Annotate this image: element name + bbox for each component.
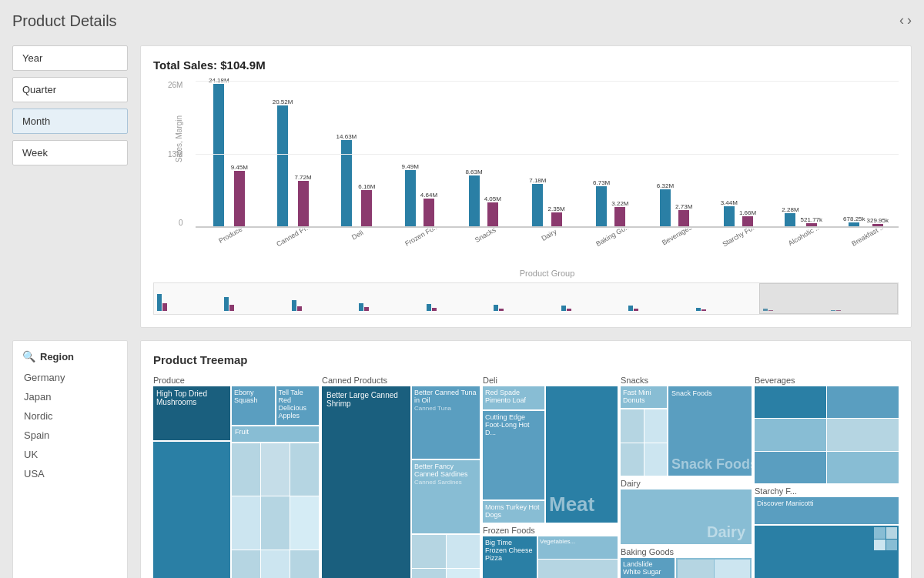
tm-beverages-grid [755,386,899,483]
bar-group-produce: 24.18M 9.45M [199,81,258,226]
bar-group-canned: 20.52M 7.72M [263,81,322,226]
region-label: Region [40,351,74,363]
bar-group-dairy: 7.18M 2.35M [517,81,577,226]
region-germany[interactable]: Germany [22,369,118,386]
chart-title: Total Sales: $104.9M [153,58,899,72]
nav-buttons: ‹ › [899,12,912,28]
treemap-container: Produce High Top Dried Mushrooms Vegetab… [153,376,899,578]
tm-baking-goods[interactable]: Baking Goods [676,558,752,578]
tm-vegetables[interactable]: Vegetables [153,442,230,578]
dairy-sub: Dairy Dairy [621,479,752,544]
month-filter[interactable]: Month [12,109,128,134]
tm-tuna[interactable]: Better Canned Tuna in OilCanned Tuna [412,386,480,459]
week-filter[interactable]: Week [12,140,128,165]
tm-ebony-squash[interactable]: Ebony Squash [232,386,275,425]
year-filter[interactable]: Year [12,45,128,71]
tm-tell-tale[interactable]: Tell Tale Red Delicious Apples [276,386,320,425]
region-list: Germany Japan Nordic Spain UK USA [22,369,118,483]
region-header: 🔍 Region [22,350,118,363]
chart-scrollbar[interactable] [153,282,899,315]
tm-manicotti[interactable]: Discover Manicotti [755,497,899,524]
tm-dairy[interactable]: Dairy [621,489,752,544]
produce-section: Produce High Top Dried Mushrooms Vegetab… [153,376,319,578]
region-uk[interactable]: UK [22,446,118,463]
time-filter-sidebar: Year Quarter Month Week [12,45,128,328]
deli-frozen-section: Deli Red Spade Pimento Loaf Cutting Edge… [483,376,618,578]
x-axis-labels: Produce Canned Pr... Deli Frozen Fo... S… [196,229,899,267]
tm-fruit[interactable]: Fruit [232,426,319,442]
bar-group-deli: 14.63M 6.16M [326,81,386,226]
canned-section: Canned Products Better Large Canned Shri… [322,376,480,578]
bar-teal [213,84,224,226]
tm-pimento[interactable]: Red Spade Pimento Loaf [483,386,544,409]
bar-chart: 24.18M 9.45M 20.52M [196,81,899,227]
region-usa[interactable]: USA [22,465,118,483]
tm-produce-small [232,443,319,578]
tm-hotdog[interactable]: Cutting Edge Foot-Long Hot D... [483,411,544,499]
bar-group-starchy: 3.44M 1.66M [709,81,768,226]
region-nordic[interactable]: Nordic [22,407,118,425]
bar-group-baking: 6.73M 3.22M [581,81,641,226]
tm-cheese-pizza[interactable]: Big Time Frozen Cheese Pizza [483,536,537,578]
bev-starchy-section: Beverages Starchy F... [755,376,899,578]
baking-sub: Baking Goods Landslide White Sugar Bakin… [621,547,752,578]
tm-starchy-foods[interactable]: Starchy Foods [755,526,899,578]
quarter-filter[interactable]: Quarter [12,77,128,102]
frozen-sub: Frozen Foods Big Time Frozen Cheese Pizz… [483,526,618,578]
bar-group-alcoholic: 2.28M 521.77k [772,81,832,226]
tm-snack-foods[interactable]: Snack Foods Snack Foods [668,386,752,476]
tm-vegetables-frozen[interactable]: Vegetables... [538,536,618,559]
tm-canned-small [412,535,480,578]
bar-group-frozen: 9.49M 4.64M [390,81,449,226]
page-title: Product Details [12,12,912,30]
tm-sardines[interactable]: Better Fancy Canned SardinesCanned Sardi… [412,460,480,533]
region-spain[interactable]: Spain [22,426,118,444]
region-japan[interactable]: Japan [22,388,118,406]
sales-chart-panel: Total Sales: $104.9M Sales, Margin 26M 1… [140,45,912,328]
tm-white-sugar[interactable]: Landslide White Sugar [621,558,675,578]
tm-turkey[interactable]: Moms Turkey Hot Dogs [483,501,544,523]
region-sidebar: 🔍 Region Germany Japan Nordic Spain UK U… [12,340,128,578]
tm-canned-shrimp[interactable]: Better Large Canned Shrimp Canned Shrimp [322,386,410,578]
tm-meat[interactable]: Meat [546,386,618,523]
canned-label: Canned Products [322,376,480,385]
tm-high-top[interactable]: High Top Dried Mushrooms [153,386,230,440]
bar-purple [234,171,245,226]
x-axis-title: Product Group [196,269,899,278]
snacks-sub: Snacks Fast Mini Donuts [621,376,752,476]
deli-sub: Deli Red Spade Pimento Loaf Cutting Edge… [483,376,618,523]
prev-button[interactable]: ‹ [899,12,904,28]
treemap-title: Product Treemap [153,353,899,366]
bar-group-beverages: 6.32M 2.73M [645,81,705,226]
snacks-dairy-section: Snacks Fast Mini Donuts [621,376,752,578]
bar-group-breakfast: 678.25k 329.95k [836,81,896,226]
beverages-sub: Beverages [755,376,899,483]
produce-label: Produce [153,376,319,385]
scroll-thumb[interactable] [759,283,898,314]
tm-donuts[interactable]: Fast Mini Donuts [621,386,667,408]
bar-group-snacks: 8.63M 4.05M [454,81,513,226]
y-axis-labels: 26M 13M 0 [168,81,182,227]
treemap-panel: Product Treemap Produce High Top Dried M… [140,340,912,578]
search-icon: 🔍 [22,350,35,363]
next-button[interactable]: › [907,12,912,28]
starchy-sub: Starchy F... Discover Manicotti Starchy … [755,486,899,578]
